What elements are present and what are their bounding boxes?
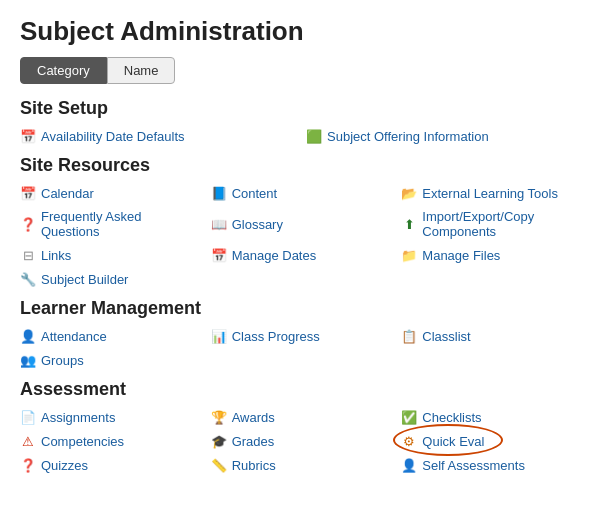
quick-eval-link[interactable]: Quick Eval — [422, 434, 484, 449]
site-setup-grid: 📅 Availability Date Defaults 🟩 Subject O… — [20, 125, 582, 147]
content-icon: 📘 — [211, 185, 227, 201]
content-link[interactable]: Content — [232, 186, 278, 201]
grades-link[interactable]: Grades — [232, 434, 275, 449]
availability-date-defaults-link[interactable]: Availability Date Defaults — [41, 129, 185, 144]
assignments-link[interactable]: Assignments — [41, 410, 115, 425]
list-item[interactable]: 📊 Class Progress — [211, 325, 392, 347]
import-export-link[interactable]: Import/Export/Copy Components — [422, 209, 582, 239]
groups-icon: 👥 — [20, 352, 36, 368]
list-item[interactable]: ⚠ Competencies — [20, 430, 201, 452]
rubrics-link[interactable]: Rubrics — [232, 458, 276, 473]
list-item[interactable]: 👤 Attendance — [20, 325, 201, 347]
assignments-icon: 📄 — [20, 409, 36, 425]
quick-eval-item[interactable]: ⚙ Quick Eval — [401, 430, 582, 452]
quizzes-icon: ❓ — [20, 457, 36, 473]
manage-files-link[interactable]: Manage Files — [422, 248, 500, 263]
calendar-link[interactable]: Calendar — [41, 186, 94, 201]
list-item[interactable]: 👥 Groups — [20, 349, 201, 371]
list-item[interactable]: 📋 Classlist — [401, 325, 582, 347]
list-item[interactable]: 📖 Glossary — [211, 206, 392, 242]
subject-offering-icon: 🟩 — [306, 128, 322, 144]
tab-category[interactable]: Category — [20, 57, 107, 84]
quick-eval-icon: ⚙ — [401, 433, 417, 449]
groups-link[interactable]: Groups — [41, 353, 84, 368]
list-item[interactable]: 📂 External Learning Tools — [401, 182, 582, 204]
manage-dates-icon: 📅 — [211, 247, 227, 263]
manage-dates-link[interactable]: Manage Dates — [232, 248, 317, 263]
links-icon: ⊟ — [20, 247, 36, 263]
quizzes-link[interactable]: Quizzes — [41, 458, 88, 473]
class-progress-icon: 📊 — [211, 328, 227, 344]
competencies-link[interactable]: Competencies — [41, 434, 124, 449]
learner-management-grid: 👤 Attendance 📊 Class Progress 📋 Classlis… — [20, 325, 582, 371]
self-assessments-link[interactable]: Self Assessments — [422, 458, 525, 473]
list-item[interactable]: ⬆ Import/Export/Copy Components — [401, 206, 582, 242]
attendance-icon: 👤 — [20, 328, 36, 344]
calendar-icon: 📅 — [20, 128, 36, 144]
list-item[interactable]: 📅 Availability Date Defaults — [20, 125, 296, 147]
external-tools-icon: 📂 — [401, 185, 417, 201]
checklists-link[interactable]: Checklists — [422, 410, 481, 425]
subject-offering-info-link[interactable]: Subject Offering Information — [327, 129, 489, 144]
grades-icon: 🎓 — [211, 433, 227, 449]
tab-bar: Category Name — [20, 57, 582, 84]
subject-builder-link[interactable]: Subject Builder — [41, 272, 128, 287]
awards-link[interactable]: Awards — [232, 410, 275, 425]
class-progress-link[interactable]: Class Progress — [232, 329, 320, 344]
glossary-link[interactable]: Glossary — [232, 217, 283, 232]
tab-name[interactable]: Name — [107, 57, 176, 84]
faq-icon: ❓ — [20, 216, 36, 232]
manage-files-icon: 📁 — [401, 247, 417, 263]
subject-builder-icon: 🔧 — [20, 271, 36, 287]
list-item[interactable]: 📁 Manage Files — [401, 244, 582, 266]
section-site-setup: Site Setup — [20, 98, 582, 119]
list-item[interactable]: 👤 Self Assessments — [401, 454, 582, 476]
list-item[interactable]: 📄 Assignments — [20, 406, 201, 428]
links-link[interactable]: Links — [41, 248, 71, 263]
glossary-icon: 📖 — [211, 216, 227, 232]
assessment-grid: 📄 Assignments 🏆 Awards ✅ Checklists ⚠ Co… — [20, 406, 582, 476]
list-item[interactable]: ⊟ Links — [20, 244, 201, 266]
list-item[interactable]: ❓ Frequently Asked Questions — [20, 206, 201, 242]
list-item[interactable]: ✅ Checklists — [401, 406, 582, 428]
attendance-link[interactable]: Attendance — [41, 329, 107, 344]
list-item[interactable]: 🔧 Subject Builder — [20, 268, 201, 290]
import-export-icon: ⬆ — [401, 216, 417, 232]
page-title: Subject Administration — [20, 16, 582, 47]
calendar-icon: 📅 — [20, 185, 36, 201]
list-item[interactable]: 📅 Calendar — [20, 182, 201, 204]
list-item[interactable]: 🎓 Grades — [211, 430, 392, 452]
self-assessments-icon: 👤 — [401, 457, 417, 473]
awards-icon: 🏆 — [211, 409, 227, 425]
list-item[interactable]: 📘 Content — [211, 182, 392, 204]
list-item[interactable]: 📅 Manage Dates — [211, 244, 392, 266]
section-learner-management: Learner Management — [20, 298, 582, 319]
faq-link[interactable]: Frequently Asked Questions — [41, 209, 201, 239]
section-assessment: Assessment — [20, 379, 582, 400]
classlist-link[interactable]: Classlist — [422, 329, 470, 344]
competencies-icon: ⚠ — [20, 433, 36, 449]
checklists-icon: ✅ — [401, 409, 417, 425]
list-item[interactable]: ❓ Quizzes — [20, 454, 201, 476]
rubrics-icon: 📏 — [211, 457, 227, 473]
list-item[interactable]: 🟩 Subject Offering Information — [306, 125, 582, 147]
classlist-icon: 📋 — [401, 328, 417, 344]
section-site-resources: Site Resources — [20, 155, 582, 176]
site-resources-grid: 📅 Calendar 📘 Content 📂 External Learning… — [20, 182, 582, 290]
external-learning-tools-link[interactable]: External Learning Tools — [422, 186, 558, 201]
list-item[interactable]: 📏 Rubrics — [211, 454, 392, 476]
list-item[interactable]: 🏆 Awards — [211, 406, 392, 428]
